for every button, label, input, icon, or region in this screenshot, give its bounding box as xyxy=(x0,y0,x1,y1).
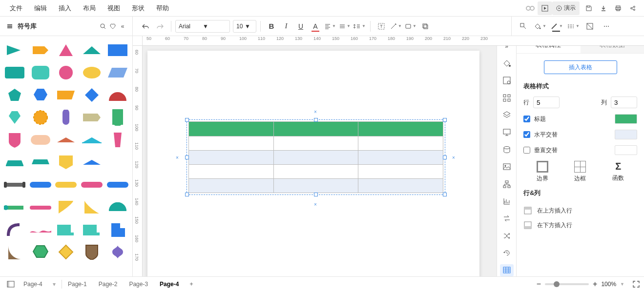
fill-tool-icon[interactable] xyxy=(500,57,514,69)
svg-point-20 xyxy=(540,27,541,29)
halt-color-swatch[interactable] xyxy=(615,130,637,139)
underline-button[interactable]: U xyxy=(294,19,308,33)
search-icon[interactable] xyxy=(98,23,108,30)
svg-rect-30 xyxy=(31,135,50,145)
menu-insert[interactable]: 插入 xyxy=(53,0,77,16)
page-tab-2[interactable]: Page-2 xyxy=(93,277,124,291)
data-icon[interactable] xyxy=(500,143,514,155)
line-style-button[interactable]: ▼ xyxy=(566,19,580,33)
canvas[interactable]: × × × × xyxy=(133,36,497,276)
share-icon[interactable] xyxy=(625,1,640,15)
zoom-value[interactable]: 100% xyxy=(601,281,616,288)
zoom-slider[interactable] xyxy=(545,283,589,285)
page-tab-4[interactable]: Page-4 xyxy=(154,277,185,291)
page-tab-1[interactable]: Page-1 xyxy=(62,277,93,291)
svg-rect-24 xyxy=(32,66,49,79)
present-button[interactable]: 演示 xyxy=(552,1,580,15)
eraser-button[interactable] xyxy=(583,19,597,33)
menu-help[interactable]: 帮助 xyxy=(150,0,175,16)
style-picker-button[interactable] xyxy=(517,19,530,33)
svg-rect-57 xyxy=(524,207,531,210)
title-color-swatch[interactable] xyxy=(615,114,637,124)
menu-shape[interactable]: 形状 xyxy=(126,0,150,16)
page[interactable]: × × × × xyxy=(147,51,479,276)
fullscreen-icon[interactable] xyxy=(632,280,640,288)
border-outer-button[interactable]: 边界 xyxy=(537,161,548,183)
menu-view[interactable]: 视图 xyxy=(102,0,126,16)
image-icon[interactable] xyxy=(500,161,514,173)
fill-button[interactable]: ▼ xyxy=(533,19,547,33)
svg-rect-10 xyxy=(7,24,12,25)
redo-button[interactable] xyxy=(153,19,167,33)
svg-rect-29 xyxy=(112,110,123,113)
download-icon[interactable] xyxy=(596,1,611,15)
text-tool-button[interactable]: T xyxy=(374,19,388,33)
more-button[interactable]: ⋯ xyxy=(600,19,613,33)
shapes-palette[interactable] xyxy=(0,36,133,276)
collapse-icon[interactable]: « xyxy=(118,23,127,30)
checkbox-halt[interactable] xyxy=(523,131,530,138)
svg-point-41 xyxy=(509,65,511,67)
svg-rect-61 xyxy=(7,281,9,287)
font-select[interactable]: Arial▼ xyxy=(175,20,230,33)
history-icon[interactable] xyxy=(500,247,514,259)
menu-file[interactable]: 文件 xyxy=(4,0,28,16)
border-grid-button[interactable]: 边框 xyxy=(574,161,586,183)
checkbox-title[interactable] xyxy=(523,116,530,122)
components-icon[interactable] xyxy=(500,92,514,104)
page-tab-3[interactable]: Page-3 xyxy=(123,277,154,291)
convert-icon[interactable] xyxy=(500,213,514,225)
stroke-button[interactable]: ▼ xyxy=(550,19,563,33)
cols-input[interactable] xyxy=(611,97,637,108)
align-v-button[interactable]: ▼ xyxy=(338,19,352,33)
insert-row-above[interactable]: 在上方插入行 xyxy=(523,203,637,218)
zoom-out-button[interactable]: − xyxy=(537,280,541,289)
checkbox-valt-label: 垂直交替 xyxy=(534,146,558,155)
rows-input[interactable] xyxy=(533,97,560,108)
insert-table-button[interactable]: 插入表格 xyxy=(544,60,617,74)
add-page-button[interactable]: ＋ xyxy=(185,277,198,291)
preview-icon[interactable] xyxy=(538,1,552,15)
table-shape[interactable] xyxy=(188,121,443,193)
table-icon[interactable] xyxy=(500,264,514,276)
page-layout-icon[interactable] xyxy=(4,277,18,291)
chart-icon[interactable] xyxy=(500,195,514,207)
menu-edit[interactable]: 编辑 xyxy=(28,0,53,16)
insert-row-below[interactable]: 在下方插入行 xyxy=(523,218,637,233)
function-button[interactable]: Σ函数 xyxy=(612,161,624,183)
svg-rect-16 xyxy=(406,24,411,28)
line-spacing-button[interactable]: ▼ xyxy=(353,19,366,33)
zoom-in-button[interactable]: + xyxy=(593,280,597,289)
ruler-corner xyxy=(133,36,143,46)
undo-button[interactable] xyxy=(139,19,152,33)
connector-button[interactable]: ▼ xyxy=(389,19,403,33)
shape-button[interactable]: ▼ xyxy=(404,19,417,33)
align-h-button[interactable]: ▼ xyxy=(323,19,337,33)
layers-icon[interactable] xyxy=(500,109,514,121)
checkbox-valt[interactable] xyxy=(523,147,530,154)
settings-icon[interactable] xyxy=(500,75,514,87)
svg-rect-33 xyxy=(22,182,25,188)
svg-rect-45 xyxy=(508,95,510,97)
valt-color-swatch[interactable] xyxy=(615,145,637,155)
svg-point-1 xyxy=(530,6,534,10)
presentation-icon[interactable] xyxy=(500,126,514,138)
brand-icon[interactable] xyxy=(523,1,538,15)
save-icon[interactable] xyxy=(582,1,596,15)
print-icon[interactable] xyxy=(611,1,625,15)
sitemap-icon[interactable] xyxy=(500,178,514,190)
heart-icon[interactable] xyxy=(108,23,118,30)
menu-layout[interactable]: 布局 xyxy=(77,0,102,16)
svg-rect-50 xyxy=(503,164,510,170)
italic-button[interactable]: I xyxy=(279,19,293,33)
svg-rect-19 xyxy=(520,23,524,27)
shuffle-icon[interactable] xyxy=(500,230,514,242)
svg-text:T: T xyxy=(380,24,383,29)
svg-rect-34 xyxy=(30,182,51,188)
font-size-select[interactable]: 10▼ xyxy=(233,20,256,33)
copy-style-button[interactable] xyxy=(418,19,432,33)
svg-rect-17 xyxy=(423,24,427,28)
page-dropdown[interactable]: Page-4▾ xyxy=(18,277,62,291)
bold-button[interactable]: B xyxy=(265,19,278,33)
font-color-button[interactable]: A xyxy=(309,19,322,33)
